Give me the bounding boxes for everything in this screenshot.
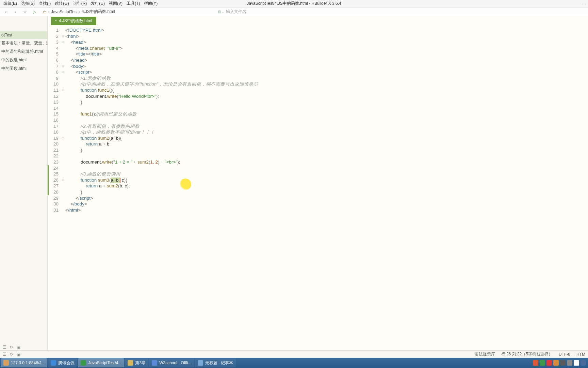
code-line[interactable]: } xyxy=(65,189,588,195)
terminal-icon[interactable]: ▣ xyxy=(17,345,20,350)
code-line[interactable]: function sum3(a, b, c){ xyxy=(65,177,588,183)
status-bar: ☰ ⟳ ▣ 语法提示库 行:26 列:32（5字符被选择） UTF-8 HTM xyxy=(0,350,588,358)
tray-icon[interactable] xyxy=(533,360,538,366)
tray-icon[interactable] xyxy=(553,360,559,366)
code-line[interactable]: </html> xyxy=(65,207,588,213)
menu-item[interactable]: 帮助(Y) xyxy=(142,0,160,6)
star-icon[interactable]: ☆ xyxy=(21,9,29,15)
tray-volume-icon[interactable] xyxy=(581,360,586,366)
taskbar-item[interactable]: 无标题 - 记事本 xyxy=(195,358,236,367)
fold-marker xyxy=(61,27,65,33)
taskbar-item[interactable]: JavaScriptTest/4... xyxy=(78,358,124,367)
new-file-input[interactable]: 🗎₊ 输入文件名 xyxy=(218,9,246,15)
code-line[interactable]: </script> xyxy=(65,195,588,201)
line-number: 20 xyxy=(49,141,61,147)
code-line[interactable]: document.write("Hello World!<br>"); xyxy=(65,93,588,99)
line-number: 1 xyxy=(49,27,61,33)
editor-tab[interactable]: * 4.JS中的函数.html xyxy=(51,17,96,25)
nav-forward-button[interactable]: › xyxy=(12,9,19,15)
list-icon[interactable]: ☰ xyxy=(3,345,6,350)
code-line[interactable]: //1.无参的函数 xyxy=(65,75,588,81)
menu-item[interactable]: 工具(T) xyxy=(125,0,142,6)
folder-icon: 🗀 xyxy=(43,10,47,14)
encoding-indicator[interactable]: UTF-8 xyxy=(559,352,570,357)
menu-item[interactable]: 选择(S) xyxy=(19,0,37,6)
tree-item[interactable]: otTest xyxy=(0,31,47,39)
status-list-icon[interactable]: ☰ xyxy=(3,352,6,357)
code-line[interactable] xyxy=(65,105,588,111)
code-line[interactable]: } xyxy=(65,147,588,153)
language-indicator[interactable]: HTM xyxy=(576,352,585,357)
fold-marker xyxy=(61,117,65,123)
code-line[interactable]: </body> xyxy=(65,201,588,207)
code-line[interactable]: } xyxy=(65,99,588,105)
line-number: 15 xyxy=(49,111,61,117)
status-sync-icon[interactable]: ⟳ xyxy=(10,352,13,357)
fold-marker[interactable]: ⊟ xyxy=(61,39,65,45)
minimize-button[interactable]: — xyxy=(582,1,586,6)
tree-item[interactable]: 中的数组.html xyxy=(0,56,47,64)
taskbar-item[interactable]: 127.0.0.1:8848/J... xyxy=(1,358,47,367)
menu-item[interactable]: 跳转(G) xyxy=(53,0,71,6)
tray-icon[interactable] xyxy=(560,360,566,366)
code-line[interactable]: <meta charset="utf-8"> xyxy=(65,45,588,51)
code-line[interactable] xyxy=(65,153,588,159)
code-line[interactable]: <title></title> xyxy=(65,51,588,57)
line-number: 17 xyxy=(49,123,61,129)
fold-marker xyxy=(61,171,65,177)
code-line[interactable]: </head> xyxy=(65,57,588,63)
fold-marker[interactable]: ⊟ xyxy=(61,69,65,75)
code-line[interactable]: <!DOCTYPE html> xyxy=(65,27,588,33)
fold-marker[interactable]: ⊟ xyxy=(61,63,65,70)
sync-icon[interactable]: ⟳ xyxy=(10,345,13,350)
taskbar-label: 无标题 - 记事本 xyxy=(205,360,233,366)
fold-marker[interactable]: ⊟ xyxy=(61,87,65,93)
line-number: 11 xyxy=(49,87,61,93)
taskbar-item[interactable]: 第3章 xyxy=(125,358,148,367)
code-line[interactable]: function func1(){ xyxy=(65,87,588,93)
code-line[interactable]: function sum2(a, b){ xyxy=(65,135,588,141)
code-line[interactable]: <script> xyxy=(65,69,588,75)
tray-icon[interactable] xyxy=(540,360,545,366)
code-line[interactable] xyxy=(65,165,588,171)
fold-marker[interactable]: ⊟ xyxy=(61,33,65,40)
tree-item[interactable]: 中的函数.html xyxy=(0,64,47,73)
code-line[interactable]: //2.有返回值，有参数的函数 xyxy=(65,123,588,129)
code-line[interactable]: return a + b; xyxy=(65,141,588,147)
code-line[interactable]: <html> xyxy=(65,33,588,40)
menu-item[interactable]: 查找(I) xyxy=(37,0,53,6)
tray-icon[interactable] xyxy=(574,360,579,366)
code-line[interactable]: //3.函数的嵌套调用 xyxy=(65,171,588,177)
code-line[interactable]: <head> xyxy=(65,39,588,45)
cursor-position: 行:26 列:32（5字符被选择） xyxy=(501,351,553,357)
line-number: 6 xyxy=(49,57,61,63)
taskbar-item[interactable]: 腾讯会议 xyxy=(48,358,77,367)
code-line[interactable]: <body> xyxy=(65,63,588,70)
menu-item[interactable]: 编辑(E) xyxy=(1,0,19,6)
fold-marker[interactable]: ⊟ xyxy=(61,177,65,183)
taskbar-item[interactable]: W3school - Offli... xyxy=(149,358,194,367)
menu-item[interactable]: 发行(U) xyxy=(89,0,107,6)
run-button[interactable]: ▷ xyxy=(31,9,38,15)
fold-marker xyxy=(61,81,65,87)
tray-icon[interactable] xyxy=(567,360,572,366)
tray-icon[interactable] xyxy=(546,360,552,366)
menu-item[interactable]: 视图(V) xyxy=(107,0,125,6)
code-line[interactable]: //js中，函数参数不能写出var！！！ xyxy=(65,129,588,135)
code-line[interactable]: func1();//调用已定义的函数 xyxy=(65,111,588,117)
tree-item[interactable]: 中的语句和运算符.html xyxy=(0,47,47,56)
status-terminal-icon[interactable]: ▣ xyxy=(17,352,20,357)
nav-back-button[interactable]: ‹ xyxy=(2,9,10,15)
fold-marker[interactable]: ⊟ xyxy=(61,135,65,141)
line-number: 23 xyxy=(49,159,61,165)
menu-item[interactable]: 运行(R) xyxy=(71,0,89,6)
code-editor[interactable]: 1234567891011121314151617181920212223242… xyxy=(48,25,588,350)
tree-item[interactable]: 基本语法：常量、变量、数据... xyxy=(0,39,47,47)
code-line[interactable]: document.write("1 + 2 = " + sum2(1, 2) +… xyxy=(65,159,588,165)
breadcrumb-item[interactable]: 4.JS中的函数.html xyxy=(82,9,115,15)
code-line[interactable]: //js中的函数，左侧关键字为"function"，无论是否有返回值，都不需要写… xyxy=(65,81,588,87)
code-line[interactable] xyxy=(65,117,588,123)
code-line[interactable]: return a + sum2(b, c); xyxy=(65,183,588,189)
breadcrumb-item[interactable]: JavaScriptTest xyxy=(51,10,78,14)
syntax-hint-button[interactable]: 语法提示库 xyxy=(475,351,495,357)
